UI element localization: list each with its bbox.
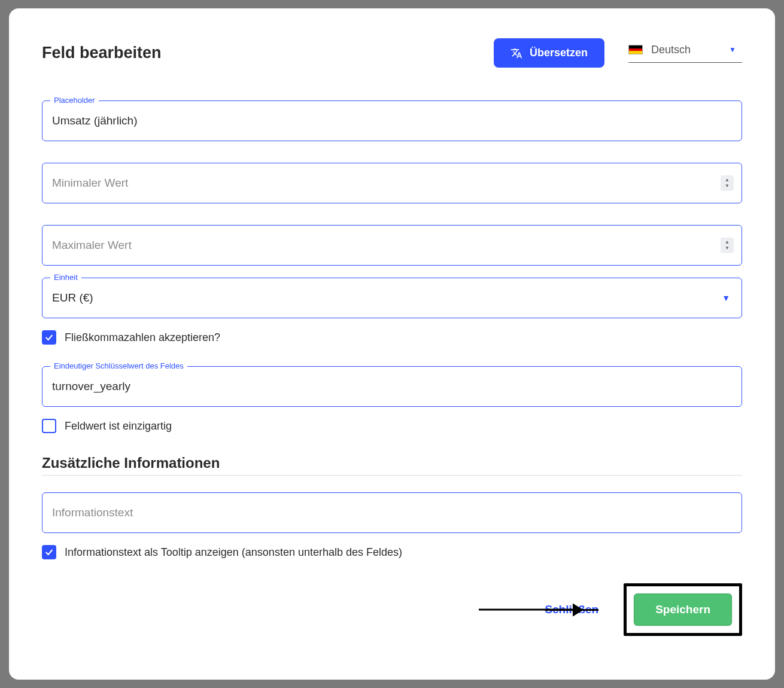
language-select[interactable]: Deutsch ▼ — [628, 44, 742, 63]
info-text-group — [42, 492, 742, 533]
chevron-down-icon: ▼ — [725, 246, 730, 251]
unique-checkbox[interactable] — [42, 419, 56, 433]
unique-row: Feldwert ist einzigartig — [42, 419, 742, 433]
additional-section-title: Zusätzliche Informationen — [42, 455, 742, 471]
language-label: Deutsch — [651, 44, 721, 56]
accept-float-label: Fließkommazahlen akzeptieren? — [65, 331, 220, 344]
unit-field-label: Einheit — [50, 273, 81, 282]
check-icon — [44, 333, 54, 342]
placeholder-field-label: Placeholder — [50, 96, 99, 105]
modal-footer: Schließen Speichern — [42, 583, 742, 636]
key-input[interactable] — [42, 366, 742, 407]
save-button[interactable]: Speichern — [634, 593, 732, 626]
max-value-input[interactable] — [42, 225, 742, 266]
unit-field-group: Einheit ▼ — [42, 278, 742, 318]
translate-icon — [510, 47, 522, 59]
min-value-group: ▲ ▼ — [42, 163, 742, 203]
close-button[interactable]: Schließen — [543, 601, 600, 619]
key-field-label: Eindeutiger Schlüsselwert des Feldes — [50, 361, 187, 370]
translate-button[interactable]: Übersetzen — [494, 38, 604, 68]
unit-select[interactable] — [42, 278, 742, 318]
flag-de-icon — [628, 45, 643, 54]
tooltip-label: Informationstext als Tooltip anzeigen (a… — [65, 546, 402, 559]
min-value-input[interactable] — [42, 163, 742, 203]
edit-field-modal: Feld bearbeiten Übersetzen Deutsch ▼ Pla… — [9, 8, 775, 680]
chevron-up-icon: ▲ — [725, 178, 730, 182]
modal-header: Feld bearbeiten Übersetzen Deutsch ▼ — [42, 38, 742, 68]
tooltip-row: Informationstext als Tooltip anzeigen (a… — [42, 545, 742, 559]
placeholder-field-group: Placeholder — [42, 101, 742, 141]
info-text-input[interactable] — [42, 492, 742, 533]
modal-title: Feld bearbeiten — [42, 44, 162, 62]
chevron-down-icon: ▼ — [725, 184, 730, 188]
max-value-group: ▲ ▼ — [42, 225, 742, 266]
header-actions: Übersetzen Deutsch ▼ — [494, 38, 742, 68]
key-field-group: Eindeutiger Schlüsselwert des Feldes — [42, 366, 742, 407]
chevron-up-icon: ▲ — [725, 240, 730, 245]
save-highlight-box: Speichern — [624, 583, 742, 636]
placeholder-input[interactable] — [42, 101, 742, 141]
number-stepper[interactable]: ▲ ▼ — [721, 238, 734, 253]
check-icon — [44, 547, 54, 557]
accept-float-row: Fließkommazahlen akzeptieren? — [42, 330, 742, 345]
translate-button-label: Übersetzen — [530, 47, 588, 59]
unique-label: Feldwert ist einzigartig — [65, 420, 172, 433]
accept-float-checkbox[interactable] — [42, 330, 56, 345]
number-stepper[interactable]: ▲ ▼ — [721, 175, 734, 191]
tooltip-checkbox[interactable] — [42, 545, 56, 559]
chevron-down-icon: ▼ — [729, 45, 736, 54]
section-divider — [42, 475, 742, 476]
